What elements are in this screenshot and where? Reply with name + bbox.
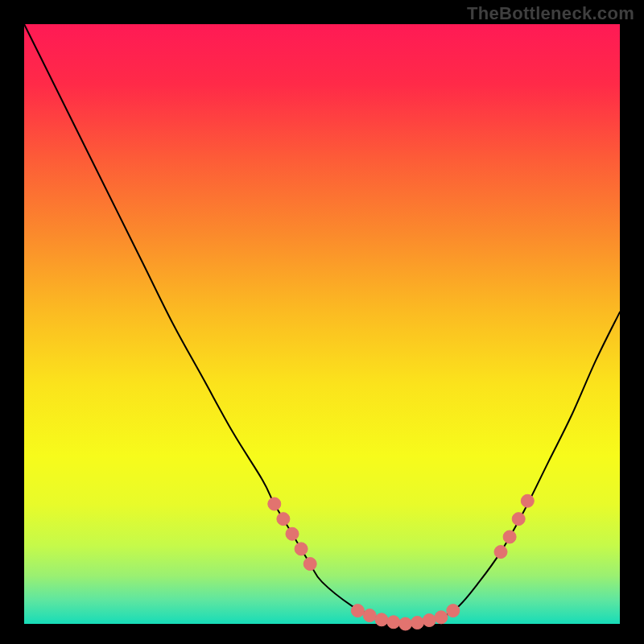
curve-marker <box>512 513 525 526</box>
curve-marker <box>521 494 534 507</box>
curve-marker <box>286 527 299 540</box>
curve-marker <box>277 513 290 526</box>
plot-background <box>24 24 620 624</box>
curve-marker <box>435 611 448 624</box>
chart-svg <box>0 0 644 644</box>
curve-marker <box>494 546 507 559</box>
curve-marker <box>375 613 388 626</box>
curve-marker <box>295 543 308 555</box>
curve-marker <box>399 617 412 630</box>
chart-stage: TheBottleneck.com <box>0 0 644 644</box>
watermark-text: TheBottleneck.com <box>467 3 634 24</box>
curve-marker <box>411 617 423 630</box>
curve-marker <box>447 605 460 617</box>
curve-marker <box>303 558 316 571</box>
curve-marker <box>351 605 364 617</box>
curve-marker <box>363 609 376 622</box>
curve-marker <box>268 497 281 510</box>
curve-marker <box>423 614 436 627</box>
curve-marker <box>503 530 516 543</box>
curve-marker <box>387 616 400 629</box>
